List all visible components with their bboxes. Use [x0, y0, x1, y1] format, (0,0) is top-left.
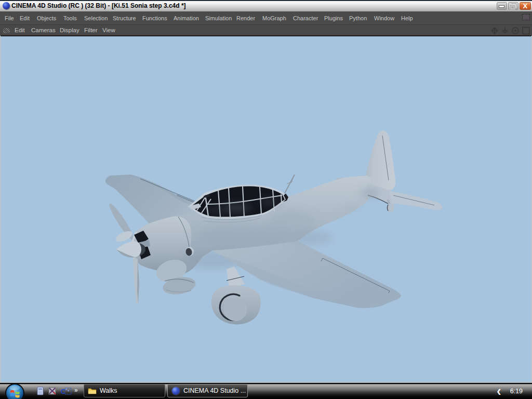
svg-text:X: X [523, 2, 528, 10]
